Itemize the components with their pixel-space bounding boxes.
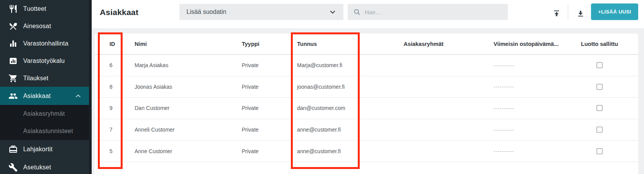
credit-allowed-checkbox[interactable] — [596, 62, 603, 68]
cell-viimeisin: ---------- — [480, 148, 561, 154]
sidebar-item-varastotyokalu[interactable]: Varastotyökalu — [0, 52, 89, 69]
table-header-row: ID Nimi Tyyppi Tunnus Asiakasryhmät Viim… — [95, 34, 638, 55]
cell-nimi: Anne Customer — [128, 148, 236, 154]
column-header-tyyppi[interactable]: Tyyppi — [236, 41, 286, 47]
table-row[interactable]: 8 Joonas Asiakas Private joonas@customer… — [95, 76, 638, 98]
table-row[interactable]: 9 Dan Customer Private dan@customer.com … — [95, 98, 638, 119]
sidebar-item-asiakastunnisteet[interactable]: Asiakastunnisteet — [0, 123, 89, 140]
sidebar-item-label: Tilaukset — [23, 75, 48, 82]
sidebar-item-asiakasryhmat[interactable]: Asiakasryhmät — [0, 105, 89, 123]
cell-nimi: Anneli Customer — [128, 127, 236, 133]
column-header-luotto[interactable]: Luotto sallittu — [561, 41, 638, 47]
restaurant-icon — [9, 4, 18, 14]
credit-allowed-checkbox[interactable] — [596, 84, 603, 90]
credit-allowed-checkbox[interactable] — [596, 127, 603, 133]
import-button[interactable] — [550, 7, 563, 20]
cell-tyyppi: Private — [236, 105, 286, 111]
sidebar-item-varastonhallinta[interactable]: Varastonhallinta — [0, 35, 89, 52]
cell-tyyppi: Private — [236, 127, 286, 133]
cell-viimeisin: ---------- — [480, 84, 561, 90]
sidebar-item-label: Tuotteet — [23, 5, 46, 12]
sidebar-item-tuotteet[interactable]: Tuotteet — [0, 0, 89, 17]
cell-nimi: Marja Asiakas — [128, 62, 236, 68]
sidebar-item-ainesosat[interactable]: Ainesosat — [0, 17, 89, 35]
filter-dropdown[interactable]: Lisää suodatin — [179, 4, 343, 20]
credit-allowed-checkbox[interactable] — [596, 148, 603, 154]
submenu-item-label: Asiakastunnisteet — [23, 128, 73, 135]
cart-icon — [9, 74, 18, 83]
bar-chart-icon — [9, 39, 18, 48]
add-new-button[interactable]: +LISÄÄ UUSI — [591, 3, 638, 20]
credit-allowed-checkbox[interactable] — [596, 105, 603, 111]
sidebar-item-tilaukset[interactable]: Tilaukset — [0, 69, 89, 87]
sidebar-item-label: Lahjakortit — [23, 146, 53, 153]
cell-viimeisin: ---------- — [480, 63, 561, 68]
sidebar-item-asetukset[interactable]: Asetukset — [0, 158, 89, 174]
cell-tyyppi: Private — [236, 62, 286, 68]
cell-tunnus: Marja@customer.fi — [286, 62, 367, 68]
cell-viimeisin: ---------- — [480, 127, 561, 133]
export-button[interactable] — [574, 7, 587, 20]
sidebar: Tuotteet Ainesosat Varastonhallinta Vara… — [0, 0, 89, 174]
sidebar-item-label: Asiakkaat — [23, 93, 51, 100]
cell-id: 6 — [95, 62, 128, 68]
column-header-nimi[interactable]: Nimi — [128, 41, 236, 47]
search-icon — [353, 8, 361, 16]
download-icon — [576, 9, 585, 18]
customers-table: ID Nimi Tyyppi Tunnus Asiakasryhmät Viim… — [95, 34, 638, 174]
column-header-viimeisin[interactable]: Viimeisin ostopäivämä... — [480, 41, 561, 47]
sidebar-right-edge — [89, 0, 92, 174]
table-row[interactable]: 6 Marja Asiakas Private Marja@customer.f… — [95, 55, 638, 76]
search-input[interactable] — [365, 9, 502, 15]
search-box — [348, 4, 508, 20]
topbar: Asiakkaat Lisää suodatin +LISÄÄ UUSI — [92, 0, 644, 28]
cell-id: 7 — [95, 127, 128, 133]
toolbar-divider — [568, 5, 568, 19]
column-header-id[interactable]: ID — [95, 41, 128, 47]
chevron-down-icon — [329, 8, 337, 16]
cell-nimi: Joonas Asiakas — [128, 84, 236, 90]
cell-id: 8 — [95, 84, 128, 90]
cell-viimeisin: ---------- — [480, 105, 561, 111]
cell-tunnus: joonas@customer.fi — [286, 84, 367, 90]
sidebar-item-label: Asetukset — [23, 164, 51, 171]
filter-dropdown-label: Lisää suodatin — [186, 8, 226, 15]
cell-id: 9 — [95, 105, 128, 111]
cell-tunnus: anne@customer.fi — [286, 127, 367, 133]
cell-tunnus: dan@customer.com — [286, 105, 367, 111]
cell-tyyppi: Private — [236, 148, 286, 154]
chevron-up-icon — [74, 92, 82, 100]
wrench-icon — [9, 163, 18, 172]
giftcard-icon — [9, 145, 18, 154]
sidebar-item-label: Ainesosat — [23, 23, 51, 30]
column-header-tunnus[interactable]: Tunnus — [286, 41, 367, 47]
cell-tunnus: anne@customer.fi — [286, 148, 367, 154]
page-title: Asiakkaat — [100, 8, 138, 17]
sidebar-item-asiakkaat[interactable]: Asiakkaat — [0, 87, 89, 105]
sidebar-submenu-asiakkaat: Asiakasryhmät Asiakastunnisteet — [0, 105, 89, 140]
people-icon — [9, 91, 18, 101]
cell-nimi: Dan Customer — [128, 105, 236, 111]
chart-box-icon — [9, 56, 18, 66]
cell-id: 5 — [95, 148, 128, 154]
cell-tyyppi: Private — [236, 84, 286, 90]
column-header-asiakasryhmat[interactable]: Asiakasryhmät — [367, 41, 480, 47]
submenu-item-label: Asiakasryhmät — [23, 110, 65, 117]
table-row[interactable]: 7 Anneli Customer Private anne@customer.… — [95, 119, 638, 141]
table-row[interactable]: 5 Anne Customer Private anne@customer.fi… — [95, 140, 638, 162]
sidebar-item-lahjakortit[interactable]: Lahjakortit — [0, 140, 89, 158]
sidebar-item-label: Varastonhallinta — [23, 40, 68, 47]
sidebar-item-label: Varastotyökalu — [23, 57, 65, 64]
utensils-crossed-icon — [9, 22, 18, 31]
upload-icon — [552, 9, 561, 18]
